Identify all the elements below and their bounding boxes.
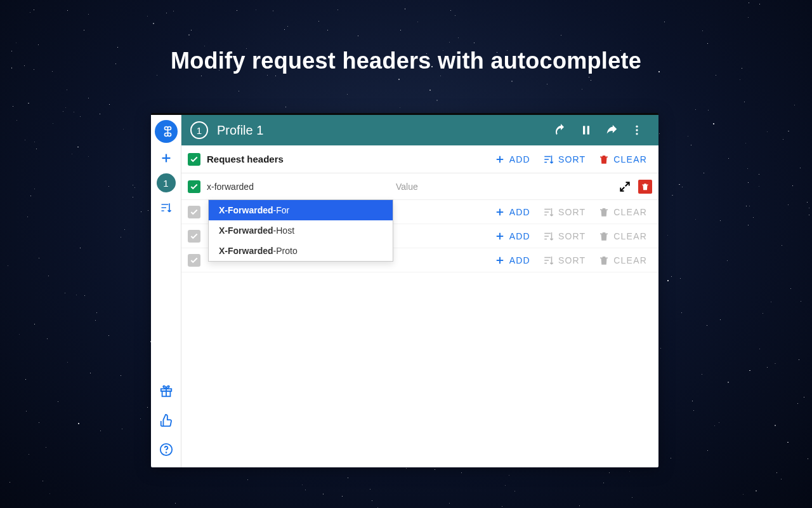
add-profile-button[interactable] <box>155 147 178 170</box>
sort-headers-button[interactable]: SORT <box>538 151 591 168</box>
page-headline: Modify request headers with autocomplete <box>0 48 812 74</box>
autocomplete-item[interactable]: X-Forwarded-For <box>209 200 393 220</box>
sidebar: 1 <box>151 115 181 467</box>
svg-rect-8 <box>587 126 589 134</box>
svg-rect-7 <box>583 126 585 134</box>
row-checkbox[interactable] <box>188 206 200 218</box>
sort-button[interactable]: SORT <box>538 252 591 269</box>
profile-number-badge: 1 <box>190 121 208 139</box>
clear-label: CLEAR <box>613 154 647 164</box>
add-button[interactable]: ADD <box>489 204 535 220</box>
header-row: Value <box>181 173 658 200</box>
add-label: ADD <box>509 154 530 164</box>
sort-label: SORT <box>558 154 586 164</box>
help-icon[interactable] <box>155 438 178 461</box>
more-icon[interactable] <box>624 117 650 143</box>
sort-button[interactable]: SORT <box>538 228 591 244</box>
clear-button[interactable]: CLEAR <box>593 228 652 244</box>
undo-icon[interactable] <box>548 117 573 143</box>
app-panel: 1 1 Profile 1 <box>151 113 658 467</box>
svg-point-6 <box>166 452 166 453</box>
row-checkbox[interactable] <box>188 230 200 243</box>
expand-icon[interactable] <box>617 178 633 195</box>
header-name-input[interactable] <box>207 182 391 192</box>
add-button[interactable]: ADD <box>489 228 535 244</box>
section-checkbox[interactable] <box>188 153 200 166</box>
sort-sidebar-button[interactable] <box>155 196 178 219</box>
profile-title: Profile 1 <box>217 123 548 138</box>
clear-button[interactable]: CLEAR <box>593 204 652 220</box>
add-button[interactable]: ADD <box>489 252 535 269</box>
clear-headers-button[interactable]: CLEAR <box>593 151 652 168</box>
gift-icon[interactable] <box>155 380 178 403</box>
autocomplete-item[interactable]: X-Forwarded-Host <box>209 220 393 241</box>
header-value-placeholder[interactable]: Value <box>396 182 617 192</box>
command-icon[interactable] <box>155 120 178 143</box>
row-checkbox[interactable] <box>188 254 200 267</box>
main-content: 1 Profile 1 Request headers <box>181 115 658 467</box>
autocomplete-item[interactable]: X-Forwarded-Proto <box>209 241 393 261</box>
svg-point-11 <box>636 133 638 135</box>
svg-point-9 <box>636 126 638 128</box>
clear-button[interactable]: CLEAR <box>593 252 652 269</box>
profile-badge[interactable]: 1 <box>157 173 176 192</box>
row-checkbox[interactable] <box>188 180 200 193</box>
section-title: Request headers <box>207 154 489 164</box>
autocomplete-dropdown: X-Forwarded-ForX-Forwarded-HostX-Forward… <box>208 199 393 262</box>
share-icon[interactable] <box>599 117 624 143</box>
add-header-button[interactable]: ADD <box>489 151 535 168</box>
profile-toolbar: 1 Profile 1 <box>181 115 658 145</box>
delete-row-button[interactable] <box>638 180 652 194</box>
pause-icon[interactable] <box>573 117 599 143</box>
svg-point-10 <box>636 129 638 131</box>
request-headers-section: Request headers ADD SORT CLEAR <box>181 145 658 173</box>
sort-button[interactable]: SORT <box>538 204 591 220</box>
thumbs-up-icon[interactable] <box>155 409 178 432</box>
